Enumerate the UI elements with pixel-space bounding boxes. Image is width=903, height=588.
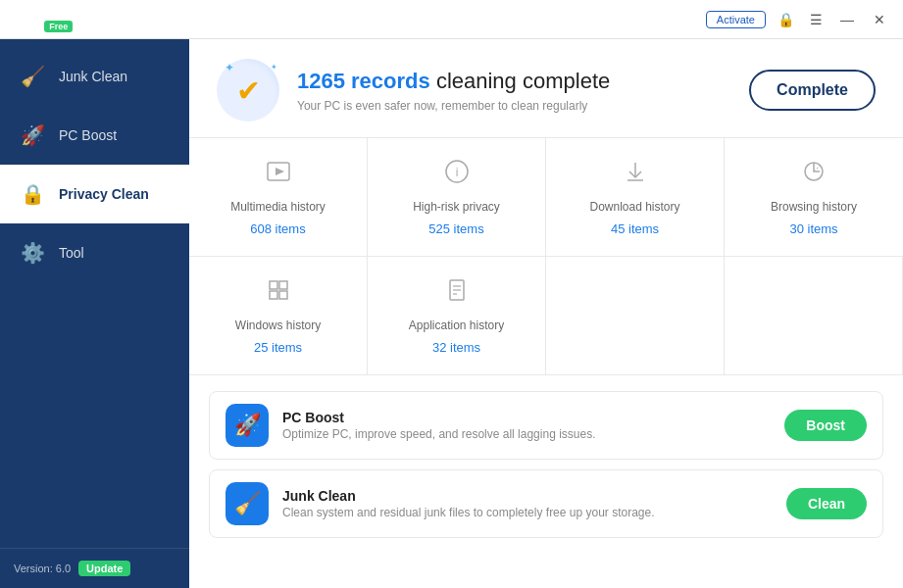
- browsing-icon: [800, 158, 828, 192]
- banner: ✦ ✔ ✦ 1265 records cleaning complete You…: [189, 39, 903, 138]
- version-label: Version: 6.0: [14, 563, 71, 574]
- sidebar-item-pc-boost[interactable]: 🚀 PC Boost: [0, 106, 189, 165]
- stat-cell-multimedia: Multimedia history 608 items: [189, 138, 368, 256]
- sidebar-item-junk-clean[interactable]: 🧹 Junk Clean: [0, 47, 189, 106]
- complete-button[interactable]: Complete: [749, 70, 876, 111]
- junk-clean-promo-text: Junk Clean Clean system and residual jun…: [282, 488, 773, 519]
- junk-clean-nav-label: Junk Clean: [59, 69, 127, 84]
- sidebar-nav: 🧹 Junk Clean 🚀 PC Boost 🔒 Privacy Clean …: [0, 39, 189, 548]
- stats-row-1: Multimedia history 608 items i High-risk…: [189, 138, 903, 257]
- download-count: 45 items: [611, 221, 659, 236]
- browsing-label: Browsing history: [771, 200, 857, 214]
- stat-cell-empty1: [546, 257, 725, 374]
- stat-cell-download: Download history 45 items: [546, 138, 725, 256]
- sidebar-item-privacy-clean[interactable]: 🔒 Privacy Clean: [0, 165, 189, 223]
- close-button[interactable]: ✕: [868, 10, 891, 29]
- menu-icon[interactable]: ☰: [806, 10, 827, 29]
- download-icon: [622, 158, 649, 192]
- pc-boost-promo-action-button[interactable]: Boost: [784, 410, 867, 441]
- svg-rect-11: [279, 291, 287, 299]
- browsing-count: 30 items: [789, 221, 837, 236]
- pc-boost-promo-title: PC Boost: [282, 410, 771, 425]
- svg-marker-1: [276, 168, 284, 175]
- junk-clean-promo-title: Junk Clean: [282, 488, 773, 504]
- promo-card-junk-clean-promo: 🧹 Junk Clean Clean system and residual j…: [209, 469, 883, 538]
- activate-button[interactable]: Activate: [706, 11, 766, 28]
- minimize-button[interactable]: —: [834, 10, 860, 29]
- svg-line-7: [814, 166, 820, 172]
- application-icon: [443, 276, 471, 311]
- promo-area: 🚀 PC Boost Optimize PC, improve speed, a…: [189, 375, 903, 588]
- svg-rect-8: [270, 281, 277, 289]
- update-button[interactable]: Update: [78, 561, 130, 576]
- windows-count: 25 items: [254, 340, 302, 355]
- high-risk-icon: i: [443, 158, 471, 192]
- titlebar-left: CLEAN MASTER for PC Free: [12, 6, 119, 32]
- junk-clean-promo-action-button[interactable]: Clean: [786, 488, 867, 519]
- svg-rect-9: [279, 281, 287, 289]
- app-branding: CLEAN MASTER for PC Free: [12, 6, 119, 32]
- sidebar: 🧹 Junk Clean 🚀 PC Boost 🔒 Privacy Clean …: [0, 39, 189, 588]
- titlebar: CLEAN MASTER for PC Free Activate 🔒 ☰ — …: [0, 0, 903, 39]
- tool-nav-label: Tool: [59, 245, 84, 261]
- sparkle-icon-tl: ✦: [225, 61, 234, 74]
- multimedia-count: 608 items: [250, 221, 305, 236]
- banner-subtext: Your PC is even safer now, remember to c…: [297, 99, 731, 113]
- pc-boost-promo-desc: Optimize PC, improve speed, and resolve …: [282, 427, 771, 441]
- content-area: ✦ ✔ ✦ 1265 records cleaning complete You…: [189, 39, 903, 588]
- stat-cell-browsing: Browsing history 30 items: [725, 138, 903, 256]
- sidebar-footer: Version: 6.0 Update: [0, 548, 189, 588]
- main-layout: 🧹 Junk Clean 🚀 PC Boost 🔒 Privacy Clean …: [0, 39, 903, 588]
- pc-boost-promo-text: PC Boost Optimize PC, improve speed, and…: [282, 410, 771, 441]
- junk-clean-nav-icon: 🧹: [20, 65, 45, 88]
- sparkle-icon-tr: ✦: [271, 63, 277, 72]
- promo-card-pc-boost-promo: 🚀 PC Boost Optimize PC, improve speed, a…: [209, 391, 883, 460]
- sidebar-item-tool[interactable]: ⚙️ Tool: [0, 223, 189, 282]
- application-label: Application history: [409, 318, 504, 332]
- pc-boost-promo-icon: 🚀: [226, 404, 269, 447]
- pc-boost-nav-icon: 🚀: [20, 123, 45, 147]
- banner-icon: ✦ ✔ ✦: [217, 59, 279, 122]
- junk-clean-promo-desc: Clean system and residual junk files to …: [282, 506, 773, 519]
- stats-row-2: Windows history 25 items Application his…: [189, 257, 903, 375]
- checkmark-icon: ✔: [236, 74, 261, 108]
- app-subtitle: for PC: [12, 22, 39, 32]
- stat-cell-empty2: [725, 257, 903, 374]
- banner-headline: 1265 records cleaning complete: [297, 68, 731, 96]
- download-label: Download history: [589, 200, 679, 214]
- lock-icon: 🔒: [774, 10, 798, 29]
- banner-text: 1265 records cleaning complete Your PC i…: [297, 68, 731, 114]
- multimedia-icon: [265, 158, 292, 192]
- windows-icon: [265, 276, 292, 311]
- stat-cell-windows: Windows history 25 items: [189, 257, 368, 374]
- application-count: 32 items: [432, 340, 480, 355]
- records-count: 1265 records: [297, 69, 430, 93]
- multimedia-label: Multimedia history: [230, 200, 326, 214]
- app-title: CLEAN MASTER: [12, 6, 119, 21]
- titlebar-right: Activate 🔒 ☰ — ✕: [706, 10, 891, 29]
- stat-cell-high-risk: i High-risk privacy 525 items: [368, 138, 546, 256]
- tool-nav-icon: ⚙️: [20, 241, 45, 265]
- pc-boost-nav-label: PC Boost: [59, 127, 117, 143]
- high-risk-count: 525 items: [428, 221, 483, 236]
- free-badge: Free: [44, 21, 73, 32]
- stat-cell-application: Application history 32 items: [368, 257, 546, 374]
- headline-suffix: cleaning complete: [436, 69, 610, 93]
- svg-text:i: i: [455, 166, 458, 179]
- junk-clean-promo-icon: 🧹: [226, 482, 269, 525]
- privacy-clean-nav-icon: 🔒: [20, 182, 45, 206]
- privacy-clean-nav-label: Privacy Clean: [59, 186, 149, 202]
- high-risk-label: High-risk privacy: [413, 200, 500, 214]
- svg-rect-10: [270, 291, 277, 299]
- windows-label: Windows history: [235, 318, 321, 332]
